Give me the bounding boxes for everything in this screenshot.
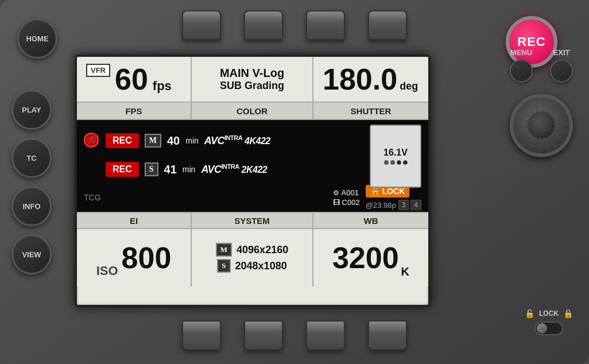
dot-4 — [403, 160, 408, 165]
play-button[interactable]: PLAY — [11, 90, 52, 130]
wb-unit: K — [401, 265, 409, 278]
battery-dots — [384, 160, 408, 165]
jog-wheel[interactable] — [510, 94, 573, 157]
rec-badge-1: REC — [106, 133, 139, 148]
lcd-bottom-row: ISO 800 M 4096x2160 S 2048x1080 3200 K — [77, 229, 428, 286]
info-button[interactable]: INFO — [11, 186, 52, 226]
lock-fps-group: 🔒 LOCK @23.98p 3 4 — [366, 185, 421, 210]
system-value-s: 2048x1080 — [235, 260, 287, 272]
home-button[interactable]: HOME — [17, 18, 57, 59]
tc-button[interactable]: TC — [11, 138, 52, 178]
bottom-button-1[interactable] — [182, 320, 221, 350]
top-button-4[interactable] — [368, 10, 407, 40]
lcd-labels-row: FPS COLOR SHUTTER — [77, 103, 428, 120]
system-label: SYSTEM — [192, 213, 313, 228]
reel-lock-group: ⚙ A001 🎞 C002 🔒 LOCK — [333, 185, 421, 210]
reel-c-row: 🎞 C002 — [333, 198, 360, 207]
color-sub: SUB Grading — [220, 80, 284, 92]
rec-badge-2: REC — [106, 162, 139, 177]
ch3-badge: 3 — [398, 200, 409, 210]
bottom-button-2[interactable] — [244, 320, 283, 350]
dot-3 — [397, 160, 401, 165]
bottom-button-row — [182, 320, 407, 350]
reel-c: C002 — [342, 198, 360, 207]
lock-open-icon: 🔓 — [525, 309, 534, 318]
shutter-label: SHUTTER — [313, 103, 428, 119]
left-button-group: PLAY TC INFO VIEW — [11, 90, 52, 274]
tcg-label: TCG — [84, 193, 101, 202]
time-unit-1: min — [185, 136, 199, 145]
fps-label: FPS — [77, 103, 192, 119]
exit-label: EXIT — [553, 48, 570, 57]
color-section: MAIN V-Log SUB Grading — [192, 57, 313, 102]
reel-a-row: ⚙ A001 — [333, 188, 360, 197]
reel-gear-icon: ⚙ — [333, 189, 339, 197]
menu-button[interactable] — [510, 59, 533, 82]
shutter-unit: deg — [400, 80, 418, 92]
info-row: TCG ⚙ A001 🎞 C002 🔒 — [84, 188, 421, 207]
system-row-m: M 4096x2160 — [216, 243, 288, 257]
menu-col: MENU — [510, 48, 533, 82]
vfr-badge: VFR — [86, 64, 110, 77]
fps-value: 60 — [115, 64, 148, 94]
bottom-button-4[interactable] — [368, 320, 407, 350]
lock-toggle-knob — [537, 323, 547, 334]
iso-label: ISO — [96, 264, 118, 278]
dot-2 — [390, 160, 395, 165]
media-type-2: S — [145, 162, 158, 176]
ch4-badge: 4 — [410, 200, 421, 210]
card-icon: 🎞 — [333, 199, 340, 207]
lock-icon-symbol: 🔒 — [370, 187, 380, 196]
system-value-m: 4096x2160 — [237, 244, 288, 256]
jog-inner — [527, 111, 556, 140]
wb-value: 3200 — [332, 243, 399, 273]
top-button-2[interactable] — [244, 10, 283, 40]
lock-section: 🔓 LOCK 🔒 — [525, 309, 573, 335]
color-label: COLOR — [192, 103, 313, 119]
wb-section: 3200 K — [313, 229, 428, 286]
top-button-1[interactable] — [182, 10, 221, 40]
reel-info: ⚙ A001 🎞 C002 — [333, 188, 360, 207]
top-button-3[interactable] — [306, 10, 345, 40]
system-media-s: S — [217, 259, 230, 273]
menu-exit-row: MENU EXIT — [510, 48, 573, 82]
top-button-row — [182, 10, 407, 40]
rec-label: REC — [517, 34, 545, 49]
lcd-bottom-labels: EI SYSTEM WB — [77, 212, 428, 229]
camera-body: HOME REC PLAY TC INFO VIEW VF — [0, 0, 589, 364]
battery-display: 16.1V — [370, 125, 421, 188]
color-main: MAIN V-Log — [220, 67, 284, 80]
shutter-section: 180.0 deg — [313, 57, 428, 102]
bottom-button-3[interactable] — [306, 320, 345, 350]
codec-1: AVCINTRA 4K422 — [204, 134, 270, 147]
fps-unit: fps — [153, 79, 172, 94]
codec-2: AVCINTRA 2K422 — [201, 163, 267, 176]
lock-toggle[interactable] — [534, 322, 563, 335]
ei-section: ISO 800 — [77, 229, 192, 286]
media-type-1: M — [145, 134, 161, 148]
fps-display: @23.98p — [366, 201, 396, 210]
view-button[interactable]: VIEW — [11, 234, 52, 274]
system-media-m: M — [216, 243, 232, 257]
lock-row: 🔓 LOCK 🔒 — [525, 309, 573, 318]
mute-icon — [84, 133, 100, 149]
exit-col: EXIT — [550, 48, 573, 82]
reel-a: A001 — [342, 188, 359, 197]
wb-label: WB — [313, 213, 428, 228]
dot-1 — [384, 160, 389, 165]
lock-badge-label: LOCK — [382, 187, 405, 196]
right-controls: MENU EXIT — [510, 48, 573, 157]
lcd-middle: REC M 40 min AVCINTRA 4K422 REC S 41 min… — [77, 120, 428, 212]
menu-label: MENU — [510, 48, 532, 57]
battery-voltage: 16.1V — [383, 148, 408, 158]
time-unit-2: min — [183, 165, 196, 174]
system-section: M 4096x2160 S 2048x1080 — [192, 229, 313, 286]
exit-button[interactable] — [550, 59, 573, 82]
shutter-value: 180.0 — [323, 64, 397, 94]
fps-ch-row: @23.98p 3 4 — [366, 200, 421, 210]
iso-value: 800 — [122, 243, 172, 273]
fps-section: VFR 60 fps — [77, 57, 192, 102]
time-value-1: 40 — [167, 134, 180, 148]
lcd-top-row: VFR 60 fps MAIN V-Log SUB Grading 180.0 … — [77, 57, 428, 103]
time-value-2: 41 — [164, 163, 177, 176]
